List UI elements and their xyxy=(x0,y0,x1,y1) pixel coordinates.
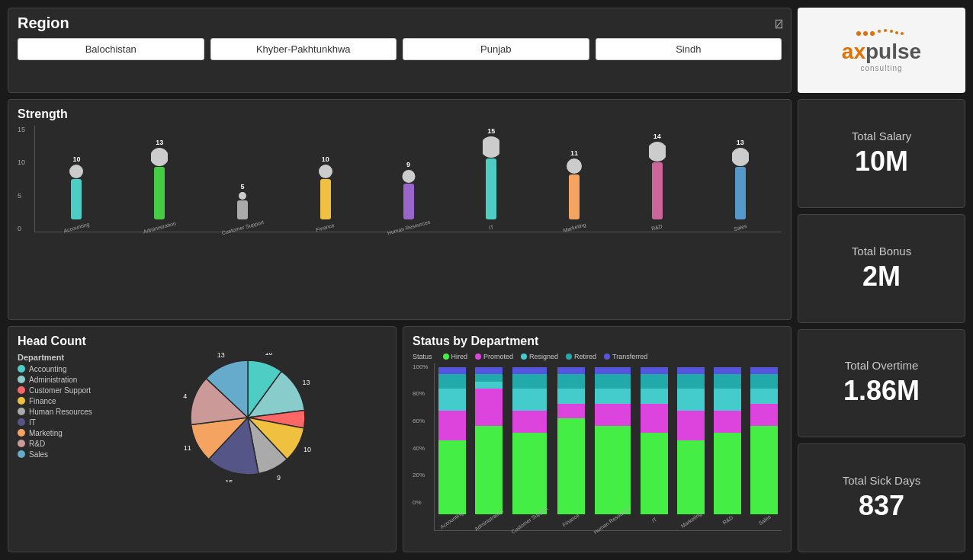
dept-figure xyxy=(234,192,251,222)
svg-point-20 xyxy=(567,158,582,174)
pie-legend: Department Accounting Administration Cus… xyxy=(18,353,101,461)
y-axis-label: 20% xyxy=(413,472,428,478)
dept-figure xyxy=(400,170,417,222)
bar-group: Human Resources xyxy=(590,367,634,531)
status-cat-label: Promoted xyxy=(483,353,513,360)
strength-dept-col: 13 Sales xyxy=(698,126,782,232)
bar-segment xyxy=(714,433,741,514)
status-cat-label: Transferred xyxy=(612,353,647,360)
legend-dept-name: Administration xyxy=(29,376,77,384)
pie-container: Department Accounting Administration Cus… xyxy=(18,353,387,553)
legend-item: IT xyxy=(18,418,101,427)
bar-segment xyxy=(677,367,705,375)
legend-item: Finance xyxy=(18,397,101,405)
bar-segment xyxy=(677,411,705,440)
legend-dot xyxy=(18,386,25,394)
strength-dept-col: 13 Administration xyxy=(118,126,201,232)
status-legend-label: Status xyxy=(413,353,432,360)
pie-label: 11 xyxy=(184,443,191,451)
metric-label: Total Bonus xyxy=(852,245,911,258)
region-panel: Region ⍁ BalochistanKhyber-PakhtunkhwaPu… xyxy=(8,8,792,93)
bar-group: IT xyxy=(637,367,671,531)
bar-segment xyxy=(595,367,630,375)
dept-label: R&D xyxy=(651,223,663,232)
metric-value: 10M xyxy=(855,146,908,178)
strength-dept-col: 10 Finance xyxy=(284,126,367,232)
svg-point-4 xyxy=(884,29,887,32)
status-legend-dot xyxy=(443,354,449,360)
region-buttons: BalochistanKhyber-PakhtunkhwaPunjabSindh xyxy=(18,38,782,60)
bar-segment xyxy=(641,374,668,389)
bar-segment xyxy=(750,374,778,389)
logo-ax: ax xyxy=(842,40,865,63)
metric-label: Total Overtime xyxy=(845,359,919,372)
strength-dept-col: 11 Marketing xyxy=(533,126,616,232)
region-btn-1[interactable]: Khyber-Pakhtunkhwa xyxy=(210,38,397,60)
dept-figure xyxy=(483,136,499,222)
bar-segment xyxy=(750,389,778,403)
region-btn-2[interactable]: Punjab xyxy=(403,38,589,60)
bar-segment xyxy=(512,433,547,514)
strength-chart-container: 0 5 10 15 10 Accounting 13 Administratio… xyxy=(18,126,782,244)
bar-segment xyxy=(714,367,741,375)
status-panel: Status by Department StatusHiredPromoted… xyxy=(403,326,792,553)
bar-segment xyxy=(512,411,547,433)
dept-figure xyxy=(649,142,666,222)
bar-segment xyxy=(475,389,503,425)
metric-value: 1.86M xyxy=(843,375,920,407)
svg-point-8 xyxy=(69,165,83,178)
svg-rect-21 xyxy=(569,174,580,219)
legend-item: Administration xyxy=(18,376,101,384)
dept-count: 9 xyxy=(406,161,410,168)
bar-segment xyxy=(641,433,668,514)
status-cat-label: Retired xyxy=(574,353,596,360)
bar-group: Marketing xyxy=(673,367,708,531)
svg-rect-11 xyxy=(154,167,165,219)
bar-segment xyxy=(475,367,503,375)
pie-area: 1013510915111413 xyxy=(109,353,387,482)
pie-label: 10 xyxy=(303,446,311,453)
logo-panel: axpulse consulting xyxy=(798,8,965,93)
legend-dept-name: Marketing xyxy=(29,429,63,437)
bar-stack xyxy=(677,367,705,514)
status-legend-item: Transferred xyxy=(604,353,647,360)
region-btn-3[interactable]: Sindh xyxy=(596,38,782,60)
legend-dept-name: Human Resources xyxy=(29,408,92,416)
dept-label: IT xyxy=(488,224,494,230)
pie-chart: 1013510915111413 xyxy=(183,353,313,482)
status-y-axis: 0%20%40%60%80%100% xyxy=(413,363,428,506)
svg-rect-15 xyxy=(320,179,331,219)
legend-item: Accounting xyxy=(18,365,101,373)
bar-stack xyxy=(512,367,547,514)
region-btn-0[interactable]: Balochistan xyxy=(18,38,204,60)
svg-rect-9 xyxy=(71,179,82,219)
legend-item: Human Resources xyxy=(18,408,101,416)
bar-stack xyxy=(595,367,630,514)
bar-segment xyxy=(641,367,668,375)
status-legend-item: Hired xyxy=(443,353,468,360)
strength-panel: Strength 0 5 10 15 10 Accounting 13 Admi… xyxy=(8,99,792,320)
svg-rect-19 xyxy=(486,158,496,219)
strength-dept-col: 10 Accounting xyxy=(35,126,118,232)
status-cat-label: Hired xyxy=(451,353,468,360)
dept-count: 5 xyxy=(240,183,244,190)
legend-dot xyxy=(18,450,25,458)
status-title: Status by Department xyxy=(413,334,782,348)
svg-point-24 xyxy=(732,148,749,166)
legend-item: Marketing xyxy=(18,429,101,437)
bar-segment xyxy=(595,374,630,389)
bar-group: Sales xyxy=(747,367,782,531)
logo-text: axpulse xyxy=(842,41,921,62)
legend-item: Sales xyxy=(18,450,101,459)
bar-segment xyxy=(557,418,585,514)
logo-sub: consulting xyxy=(860,64,902,72)
bar-segment xyxy=(557,389,585,403)
bar-segment xyxy=(438,374,466,389)
status-legend: StatusHiredPromotedResignedRetiredTransf… xyxy=(413,353,782,360)
bar-segment xyxy=(512,367,547,375)
bar-segment xyxy=(595,426,630,514)
bar-stack xyxy=(557,367,585,514)
dept-figure xyxy=(317,165,334,222)
legend-dept-name: Finance xyxy=(29,397,56,405)
filter-icon[interactable]: ⍁ xyxy=(776,18,782,30)
